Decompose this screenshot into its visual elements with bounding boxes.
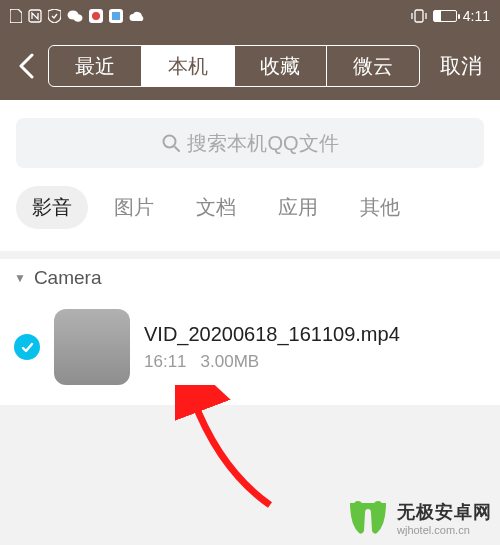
checkbox-checked[interactable] bbox=[14, 334, 40, 360]
seg-local[interactable]: 本机 bbox=[142, 46, 235, 86]
header: 最近 本机 收藏 微云 取消 bbox=[0, 32, 500, 100]
svg-point-10 bbox=[374, 501, 382, 509]
vibrate-icon bbox=[411, 9, 427, 23]
file-meta: VID_20200618_161109.mp4 16:11 3.00MB bbox=[144, 323, 400, 372]
shield-icon bbox=[48, 9, 61, 23]
file-size: 3.00MB bbox=[201, 352, 260, 372]
group-name: Camera bbox=[34, 267, 102, 289]
collapse-icon: ▼ bbox=[14, 271, 26, 285]
group-header[interactable]: ▼ Camera bbox=[0, 251, 500, 295]
nfc-icon bbox=[28, 9, 42, 23]
search-icon bbox=[161, 133, 181, 153]
app-icon-1 bbox=[89, 9, 103, 23]
file-time: 16:11 bbox=[144, 352, 187, 372]
seg-favorites[interactable]: 收藏 bbox=[235, 46, 328, 86]
tab-other[interactable]: 其他 bbox=[344, 186, 416, 229]
tab-apps[interactable]: 应用 bbox=[262, 186, 334, 229]
search-input[interactable]: 搜索本机QQ文件 bbox=[16, 118, 484, 168]
search-wrapper: 搜索本机QQ文件 bbox=[0, 100, 500, 178]
watermark-sub: wjhotel.com.cn bbox=[397, 524, 492, 536]
tab-images[interactable]: 图片 bbox=[98, 186, 170, 229]
seg-recent[interactable]: 最近 bbox=[49, 46, 142, 86]
watermark-title: 无极安卓网 bbox=[397, 500, 492, 524]
svg-rect-6 bbox=[112, 12, 120, 20]
watermark: 无极安卓网 wjhotel.com.cn bbox=[347, 499, 492, 537]
tab-docs[interactable]: 文档 bbox=[180, 186, 252, 229]
seg-weiyun[interactable]: 微云 bbox=[327, 46, 419, 86]
file-row[interactable]: VID_20200618_161109.mp4 16:11 3.00MB bbox=[0, 295, 500, 405]
battery-icon bbox=[433, 10, 457, 22]
sim-icon bbox=[10, 9, 22, 23]
svg-point-2 bbox=[74, 14, 83, 22]
status-time: 4:11 bbox=[463, 8, 490, 24]
status-bar: 4:11 bbox=[0, 0, 500, 32]
search-placeholder: 搜索本机QQ文件 bbox=[187, 130, 338, 157]
cancel-button[interactable]: 取消 bbox=[428, 52, 488, 80]
svg-point-8 bbox=[164, 136, 176, 148]
svg-point-9 bbox=[354, 501, 362, 509]
file-thumbnail bbox=[54, 309, 130, 385]
file-name: VID_20200618_161109.mp4 bbox=[144, 323, 400, 346]
tab-media[interactable]: 影音 bbox=[16, 186, 88, 229]
app-icon-2 bbox=[109, 9, 123, 23]
category-tabs: 影音 图片 文档 应用 其他 bbox=[0, 178, 500, 251]
svg-rect-7 bbox=[415, 10, 423, 22]
watermark-logo bbox=[347, 499, 389, 537]
wechat-icon bbox=[67, 9, 83, 23]
back-button[interactable] bbox=[12, 46, 40, 86]
cloud-icon bbox=[129, 10, 145, 22]
svg-point-4 bbox=[92, 12, 100, 20]
source-segmented-control: 最近 本机 收藏 微云 bbox=[48, 45, 420, 87]
